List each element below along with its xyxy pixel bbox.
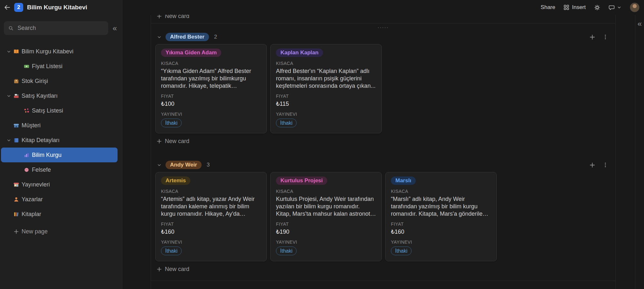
share-button[interactable]: Share [541,4,555,11]
sidebar-item-bilim-kurgu[interactable]: Bilim Kurgu [1,148,118,162]
back-button[interactable] [4,4,10,11]
main-area: Share Insert [122,0,644,289]
card-summary: “Yıkıma Giden Adam” Alfred Bester tarafı… [161,68,261,90]
plus-icon [14,229,19,234]
property-label-fiyat: FIYAT [276,94,376,99]
brain-icon [24,167,30,173]
gear-icon [594,5,600,11]
dots-vertical-icon [602,34,608,40]
sidebar-item-satis-listesi[interactable]: Satış Listesi [1,103,118,118]
sidebar-item-yazarlar[interactable]: Yazarlar [1,192,118,207]
cards-row: Yıkıma Giden Adam KISACA “Yıkıma Giden A… [151,43,615,133]
group-add-button[interactable] [589,162,595,168]
board-group-alfred-bester: Alfred Bester 2 Yıkıma Giden Adam KISACA [151,31,615,148]
book-card-artemis[interactable]: Artemis KISACA “Artemis” adlı kitap, yaz… [155,172,267,261]
drag-handle[interactable]: ····· [151,23,615,31]
group-collapse-button[interactable] [155,33,163,41]
insert-button[interactable]: Insert [564,4,586,11]
card-title-pill: Artemis [161,176,190,185]
property-label-kisaca: KISACA [276,61,376,66]
group-header: Andy Weir 3 [151,158,615,171]
publisher-pill: İthaki [276,119,297,127]
books-icon [13,211,19,217]
board-group-andy-weir: Andy Weir 3 Artemis KISACA “Artemis” adl [151,158,615,275]
property-label-kisaca: KISACA [161,189,261,194]
main-topbar: Share Insert [122,0,644,15]
right-panel-collapse-button[interactable]: « [636,20,643,28]
page-title[interactable]: Bilim Kurgu Kitabevi [27,4,87,11]
board-top-clipped-row: New card [151,15,615,23]
sidebar-topbar: 2 Bilim Kurgu Kitabevi [0,0,122,15]
book-card-yikima-giden-adam[interactable]: Yıkıma Giden Adam KISACA “Yıkıma Giden A… [155,44,267,133]
chevron-down-icon [157,163,162,167]
card-title-pill: Kurtulus Projesi [276,176,327,185]
person-icon [13,196,19,203]
board-bottom-divider [151,281,615,289]
topbar-chevron-button[interactable] [617,5,621,10]
sidebar-item-musteri[interactable]: Müşteri [1,118,118,133]
property-label-fiyat: FIYAT [391,221,491,227]
page-icon[interactable]: 2 [14,3,23,12]
group-add-button[interactable] [589,34,595,40]
chevron-down-icon [6,138,11,143]
book-card-kurtulus-projesi[interactable]: Kurtulus Projesi KISACA Kurtulus Projesi… [270,172,382,261]
search-input[interactable] [17,24,103,32]
card-summary: “Marslı” adlı kitap, Andy Weir tarafında… [391,195,491,218]
group-menu-button[interactable] [602,162,608,168]
cash-register-icon [13,93,19,99]
property-label-yayinevi: YAYINEVI [161,239,261,245]
sidebar-item-satis-kayitlari[interactable]: Satış Kayıtları [1,88,118,103]
new-page-button[interactable]: New page [1,224,118,239]
sidebar-collapse-button[interactable]: « [111,24,118,32]
book-card-marsli[interactable]: Marslı KISACA “Marslı” adlı kitap, Andy … [385,172,497,261]
package-icon [13,78,19,84]
plus-icon [156,266,162,272]
group-pill[interactable]: Andy Weir [166,161,202,169]
group-count: 2 [214,34,217,40]
card-price: ₺115 [276,100,376,108]
property-label-fiyat: FIYAT [161,94,261,99]
dots-vertical-icon [602,162,608,168]
sidebar-item-bilim-kurgu-kitabevi[interactable]: Bilim Kurgu Kitabevi [1,44,118,59]
scatter-dots-icon [24,108,30,114]
sidebar-item-yayinevleri[interactable]: Yayınevleri [1,177,118,192]
property-label-kisaca: KISACA [276,189,376,194]
settings-button[interactable] [594,5,600,11]
group-menu-button[interactable] [602,34,608,40]
group-collapse-button[interactable] [155,161,163,169]
avatar[interactable] [630,3,639,12]
store-icon [13,182,19,188]
page-icon-number: 2 [17,4,20,11]
new-card-button[interactable]: New card [151,135,615,148]
search-box[interactable] [4,21,108,35]
new-card-button[interactable]: New card [151,15,615,23]
sidebar-item-stok-girisi[interactable]: Stok Girişi [1,74,118,88]
comments-button[interactable] [609,5,615,11]
card-summary: “Artemis” adlı kitap, yazar Andy Weir ta… [161,195,261,218]
sidebar-item-fiyat-listesi[interactable]: Fiyat Listesi [1,59,118,74]
chevron-down-icon [157,35,162,40]
comments-control [609,5,621,11]
sidebar-item-kitaplar[interactable]: Kitaplar [1,207,118,221]
plus-icon [156,15,162,19]
property-label-fiyat: FIYAT [276,221,376,227]
plus-icon [589,162,595,168]
grid-icon [564,5,569,10]
banknote-icon [24,63,30,69]
group-pill[interactable]: Alfred Bester [166,33,209,41]
card-summary: Kurtulus Projesi, Andy Weir tarafından y… [276,195,376,218]
book-card-kaplan-kaplan[interactable]: Kaplan Kaplan KISACA Alfred Bester'ın “K… [270,44,382,133]
arrow-left-icon [4,4,10,11]
search-icon [8,25,14,31]
property-label-yayinevi: YAYINEVI [391,239,491,245]
sidebar-item-kitap-detaylari[interactable]: Kitap Detayları [1,133,118,148]
card-summary: Alfred Bester'ın “Kaplan Kaplan” adlı ro… [276,68,376,90]
cards-row: Artemis KISACA “Artemis” adlı kitap, yaz… [151,171,615,261]
sidebar-item-felsefe[interactable]: Felsefe [1,162,118,177]
plus-icon [156,139,162,144]
new-card-button[interactable]: New card [151,263,615,275]
property-label-kisaca: KISACA [391,189,491,194]
open-book-icon [13,49,19,55]
chevron-down-icon [6,49,11,54]
app-window: 2 Bilim Kurgu Kitabevi « Bilim Kurgu Kit… [0,0,644,289]
